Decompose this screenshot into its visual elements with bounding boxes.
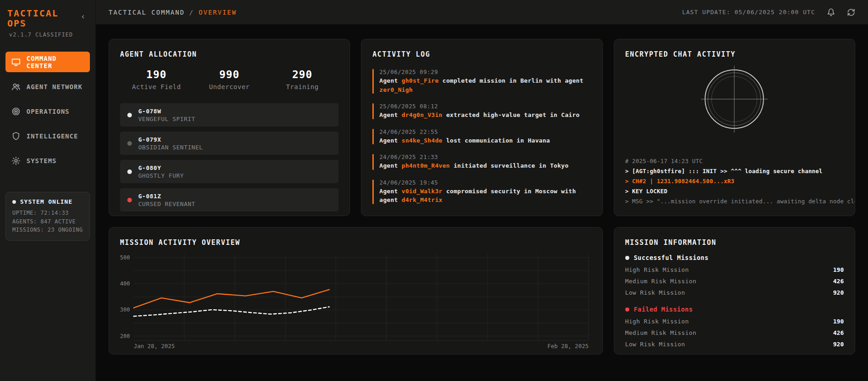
mission-info-sections: Successful MissionsHigh Risk Mission190M… [625, 247, 844, 350]
allocation-stats: 190Active Field990Undercover290Training [120, 69, 339, 90]
content: AGENT ALLOCATION 190Active Field990Under… [96, 25, 868, 381]
system-status-label: SYSTEM ONLINE [20, 198, 73, 205]
agent-status-dot [127, 141, 132, 146]
terminal-line-1: # 2025-06-17 14:23 UTC [625, 158, 844, 164]
mission-row-medium-risk-mission: Medium Risk Mission426 [625, 327, 844, 339]
failed-status-dot [625, 307, 629, 312]
agent-row-g-079x[interactable]: G-079XOBSIDIAN SENTINEL [120, 132, 339, 155]
log-text: completed mission in Berlin with agent [439, 77, 583, 84]
activity-log-entry-2: 25/06/2025 08:12Agent dr4g0n_V3in extrac… [372, 103, 591, 120]
sidebar-item-systems[interactable]: SYSTEMS [5, 150, 90, 171]
stat-value: 290 [292, 69, 313, 80]
mission-row-value: 190 [833, 266, 844, 273]
agent-name-link[interactable]: sn4ke_Sh4de [402, 137, 442, 144]
agents-line: AGENTS: 847 ACTIVE [12, 217, 83, 226]
terminal-feed: # 2025-06-17 14:23 UTC> [AGT:gh0stfire] … [625, 158, 844, 205]
mission-rows: High Risk Mission190Medium Risk Mission4… [625, 316, 844, 350]
sidebar-item-command-center[interactable]: COMMAND CENTER [5, 52, 90, 72]
chart-series-dashed-white [134, 307, 329, 317]
log-message: Agent sn4ke_Sh4de lost communication in … [379, 136, 591, 145]
mission-info-title: MISSION INFORMATION [625, 238, 844, 247]
bell-icon[interactable] [827, 8, 835, 16]
mission-section-successful-missions: Successful MissionsHigh Risk Mission190M… [625, 254, 844, 298]
chevron-left-icon[interactable]: ‹ [78, 11, 88, 22]
mission-activity-title: MISSION ACTIVITY OVERVIEW [120, 238, 591, 247]
success-status-dot [625, 256, 629, 260]
agent-row-g-081z[interactable]: G-081ZCURSED REVENANT [120, 188, 339, 212]
sidebar-item-operations[interactable]: OPERATIONS [5, 101, 90, 122]
mission-row-label: High Risk Mission [625, 318, 689, 325]
radar-wrap [625, 58, 844, 158]
chart-series-solid-orange [134, 290, 329, 308]
svg-text:400: 400 [120, 280, 130, 287]
chart-svg: 200300400500Jan 28, 2025Feb 28, 2025 [120, 251, 591, 349]
app-version: v2.1.7 CLASSIFIED [9, 32, 78, 38]
agent-row-g-078w[interactable]: G-078WVENGEFUL SPIRIT [120, 103, 339, 127]
missions-line: MISSIONS: 23 ONGOING [12, 226, 83, 234]
top-bar-right: LAST UPDATE: 05/06/2025 20:00 UTC [682, 8, 855, 16]
online-status-dot [12, 200, 16, 204]
terminal-line-3: > CH#2 | 1231.9082464.500...xR3 [625, 178, 844, 185]
monitor-icon [11, 58, 21, 67]
agent-row-g-080y[interactable]: G-080YGHOSTLY FURY [120, 160, 339, 183]
agent-codename: CURSED REVENANT [138, 201, 195, 207]
activity-log-entry-5: 24/06/2025 19:45Agent v0id_Walk3r compro… [372, 179, 591, 205]
activity-log-title: ACTIVITY LOG [372, 50, 591, 58]
terminal-line-2: > [AGT:gh0stfire] ::: INIT >> ^^^ loadin… [625, 168, 844, 175]
mission-section-header: Failed Missions [625, 306, 844, 313]
mission-section-failed-missions: Failed MissionsHigh Risk Mission190Mediu… [625, 306, 844, 350]
allocation-stat-undercover: 990Undercover [193, 69, 266, 90]
main-area: TACTICAL COMMAND / OVERVIEW LAST UPDATE:… [96, 0, 868, 381]
system-status-lines: UPTIME: 72:14:33 AGENTS: 847 ACTIVE MISS… [12, 209, 83, 234]
terminal-line-5: > MSG >> "...mission override initiated.… [625, 198, 844, 205]
refresh-icon[interactable] [847, 8, 855, 16]
stat-value: 190 [146, 69, 167, 80]
terminal-line-4: > KEY LOCKED [625, 188, 844, 195]
activity-log-entry-3: 24/06/2025 22:55Agent sn4ke_Sh4de lost c… [372, 128, 591, 145]
last-update-label: LAST UPDATE: 05/06/2025 20:00 UTC [682, 9, 815, 16]
sidebar-item-agent-network[interactable]: AGENT NETWORK [5, 76, 90, 97]
system-status-title: SYSTEM ONLINE [12, 198, 83, 205]
mission-section-label: Successful Missions [634, 254, 709, 261]
activity-log-entry-1: 25/06/2025 09:29Agent gh0st_Fire complet… [372, 69, 591, 94]
agent-status-dot [127, 113, 132, 117]
agent-name-link[interactable]: dr4g0n_V3in [402, 111, 442, 118]
target-icon [11, 107, 21, 116]
agent-name-link[interactable]: d4rk_M4trix [402, 196, 442, 203]
log-text: extracted high-value target in Cairo [443, 111, 580, 118]
activity-log-card: ACTIVITY LOG 25/06/2025 09:29Agent gh0st… [361, 39, 602, 216]
agent-identity: G-080YGHOSTLY FURY [138, 164, 184, 179]
system-status-panel: SYSTEM ONLINE UPTIME: 72:14:33 AGENTS: 8… [5, 192, 90, 241]
agent-identity: G-078WVENGEFUL SPIRIT [138, 108, 195, 122]
mission-row-low-risk-mission: Low Risk Mission920 [625, 339, 844, 350]
agent-identity: G-081ZCURSED REVENANT [138, 193, 195, 207]
breadcrumb-root[interactable]: TACTICAL COMMAND [109, 9, 185, 16]
sidebar-item-label: COMMAND CENTER [26, 55, 84, 69]
mission-row-value: 426 [833, 329, 844, 336]
log-message: Agent ph4nt0m_R4ven initiated surveillan… [379, 161, 591, 170]
gear-icon [11, 156, 21, 165]
svg-text:Feb 28, 2025: Feb 28, 2025 [548, 343, 589, 349]
allocation-stat-active-field: 190Active Field [120, 69, 193, 90]
log-text: lost communication in Havana [443, 137, 550, 144]
agent-id: G-080Y [138, 164, 184, 171]
agent-name-link[interactable]: v0id_Walk3r [402, 188, 442, 195]
log-timestamp: 24/06/2025 19:45 [379, 179, 591, 186]
mission-section-label: Failed Missions [634, 306, 693, 313]
log-timestamp: 25/06/2025 09:29 [379, 69, 591, 75]
agent-name-link[interactable]: zer0_Nigh [379, 86, 413, 93]
allocation-stat-training: 290Training [266, 69, 339, 90]
agent-codename: VENGEFUL SPIRIT [138, 116, 195, 122]
log-text: initiated surveillance in Tokyo [450, 162, 569, 169]
encrypted-chat-title: ENCRYPTED CHAT ACTIVITY [625, 50, 844, 58]
agent-list: G-078WVENGEFUL SPIRITG-079XOBSIDIAN SENT… [120, 103, 339, 212]
agent-identity: G-079XOBSIDIAN SENTINEL [138, 136, 203, 151]
svg-text:Jan 28, 2025: Jan 28, 2025 [134, 343, 175, 349]
log-text: Agent [379, 188, 402, 195]
sidebar-item-intelligence[interactable]: INTELLIGENCE [5, 126, 90, 146]
agent-name-link[interactable]: gh0st_Fire [402, 77, 439, 84]
sidebar-item-label: AGENT NETWORK [26, 83, 83, 90]
mission-row-label: Low Risk Mission [625, 341, 685, 348]
svg-text:500: 500 [120, 254, 130, 261]
agent-name-link[interactable]: ph4nt0m_R4ven [402, 162, 450, 169]
